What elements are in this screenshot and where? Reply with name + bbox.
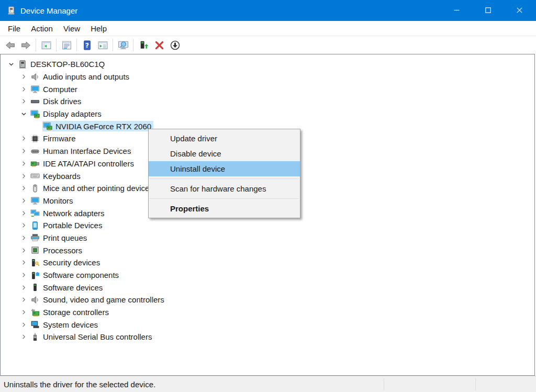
tree-item-label: Security devices [43,258,100,267]
expander-collapsed-icon[interactable] [17,284,30,292]
context-menu: Update driverDisable deviceUninstall dev… [148,129,300,218]
tree-item-portable-devices: Portable Devices [1,219,534,232]
tree-node[interactable]: Monitors [30,195,75,206]
expander-collapsed-icon[interactable] [17,160,30,167]
context-menu-item-update-driver[interactable]: Update driver [149,131,300,146]
software-devices-icon [30,283,40,292]
toolbar-back-button[interactable] [2,38,18,52]
expander-collapsed-icon[interactable] [17,135,30,142]
usb-icon [30,332,40,342]
menu-view[interactable]: View [58,23,85,35]
expander-collapsed-icon[interactable] [17,271,30,279]
tree-item-desktop-bl60c1q: DESKTOP-BL60C1Q [1,58,534,71]
toolbar-forward-button[interactable] [18,38,34,52]
tree-item-label: Software components [43,271,119,279]
status-bar-divider [475,378,476,390]
toolbar-help-button[interactable]: ? [79,38,95,52]
expander-collapsed-icon[interactable] [17,184,30,192]
audio-icon [30,72,40,82]
display-adapter-icon [30,109,40,119]
toolbar-separator [36,39,36,51]
tree-node[interactable]: Processors [30,245,84,255]
close-button[interactable] [507,0,531,21]
tree-node[interactable]: Software components [30,270,121,281]
tree-node[interactable]: Print queues [30,232,89,243]
tree-node[interactable]: Universal Serial Bus controllers [30,332,154,342]
context-menu-separator [150,198,299,199]
toolbar-show-console-tree-button[interactable] [38,38,54,52]
context-menu-item-scan-for-hardware-changes[interactable]: Scan for hardware changes [149,181,300,196]
menu-file[interactable]: File [3,23,26,35]
tree-node[interactable]: System devices [30,319,100,330]
tree-node[interactable]: Human Interface Devices [30,146,133,156]
expander-collapsed-icon[interactable] [17,333,30,341]
tree-node[interactable]: Firmware [30,133,78,144]
tree-node[interactable]: Disk drives [30,96,83,107]
tree-item-sound-video-and-game-controllers: Sound, video and game controllers [1,294,534,306]
tree-node[interactable]: IDE ATA/ATAPI controllers [30,158,136,169]
expander-collapsed-icon[interactable] [17,259,30,266]
context-menu-item-properties[interactable]: Properties [149,201,300,216]
minimize-button[interactable] [444,0,468,21]
titlebar: Device Manager [0,0,536,21]
expander-expanded-icon[interactable] [17,110,30,118]
expander-collapsed-icon[interactable] [17,172,30,180]
security-icon [30,258,40,267]
expander-expanded-icon[interactable] [5,60,17,68]
expander-collapsed-icon[interactable] [17,85,30,93]
tree-node[interactable]: Security devices [30,257,102,268]
expander-collapsed-icon[interactable] [17,247,30,254]
context-menu-item-disable-device[interactable]: Disable device [149,146,300,161]
expander-collapsed-icon[interactable] [17,296,30,304]
tree-item-label: IDE ATA/ATAPI controllers [43,159,134,168]
menu-action[interactable]: Action [26,23,58,35]
expander-collapsed-icon[interactable] [17,97,30,105]
tree-node[interactable]: Portable Devices [30,220,104,231]
tree-node-selected[interactable]: NVIDIA GeForce RTX 2060 [42,121,153,131]
toolbar-scan-for-hardware-changes-button[interactable] [115,38,131,52]
tree-node[interactable]: Computer [30,84,80,94]
hid-icon [30,147,40,156]
context-menu-separator [150,178,299,179]
maximize-button[interactable] [476,0,500,21]
tree-item-print-queues: Print queues [1,232,534,244]
expander-collapsed-icon[interactable] [17,197,30,205]
tree-node[interactable]: Software devices [30,282,105,293]
expander-collapsed-icon[interactable] [17,147,30,155]
keyboard-icon [30,171,40,181]
toolbar-separator [76,39,77,51]
expander-collapsed-icon[interactable] [17,73,30,81]
toolbar-disable-device-button[interactable] [167,38,183,52]
tree-node[interactable]: Sound, video and game controllers [30,295,166,305]
tree-node[interactable]: Keyboards [30,171,83,181]
network-icon [30,208,40,218]
menu-help[interactable]: Help [85,23,112,35]
processor-icon [30,245,40,255]
tree-node[interactable]: DESKTOP-BL60C1Q [17,59,107,70]
properties-icon [61,40,72,51]
tree-node[interactable]: Audio inputs and outputs [30,72,131,82]
expander-collapsed-icon[interactable] [17,321,30,329]
tree-node[interactable]: Display adapters [30,109,104,119]
toolbar-uninstall-device-button[interactable] [151,38,167,52]
scan-icon [118,40,129,51]
tree-item-disk-drives: Disk drives [1,95,534,108]
tree-node[interactable]: Mice and other pointing devices [30,183,155,194]
tree-item-label: Audio inputs and outputs [43,72,129,81]
expander-collapsed-icon[interactable] [17,234,30,242]
tree-item-label: Network adapters [43,209,105,218]
toolbar-properties-button[interactable] [59,38,74,52]
tree-node[interactable]: Network adapters [30,208,107,218]
tree-item-label: Universal Serial Bus controllers [43,332,152,341]
toolbar-update-driver-button[interactable] [136,38,151,52]
expander-collapsed-icon[interactable] [17,221,30,229]
tree-item-label: Disk drives [43,97,81,106]
tree-node[interactable]: Storage controllers [30,307,111,318]
status-bar-divider [384,378,384,390]
expander-collapsed-icon[interactable] [17,209,30,217]
context-menu-item-uninstall-device[interactable]: Uninstall device [149,161,300,176]
toolbar-action-pane-button[interactable] [95,38,110,52]
toolbar-separator [56,39,57,51]
expander-collapsed-icon[interactable] [17,308,30,316]
device-manager-app-icon [7,6,16,15]
